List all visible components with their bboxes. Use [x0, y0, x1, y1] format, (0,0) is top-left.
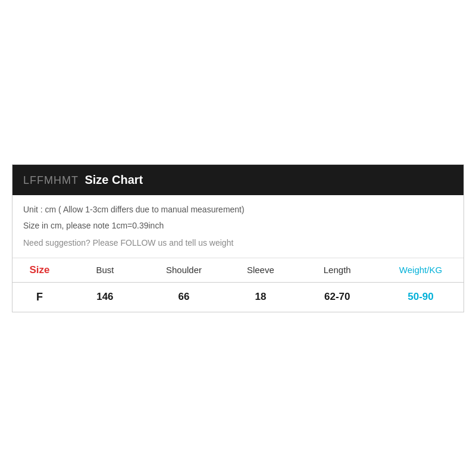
header-bust: Bust [67, 265, 143, 275]
data-length: 62-70 [297, 291, 378, 303]
table-header-row: Size Bust Shoulder Sleeve Length Weight/… [12, 258, 464, 283]
page-wrapper: LFFMHMT Size Chart Unit : cm ( Allow 1-3… [0, 0, 476, 476]
header-bar: LFFMHMT Size Chart [12, 165, 464, 195]
data-shoulder: 66 [143, 291, 224, 303]
info-line-3: Need suggestion? Please FOLLOW us and te… [23, 237, 453, 249]
size-table: Size Bust Shoulder Sleeve Length Weight/… [12, 258, 464, 312]
header-length: Length [297, 265, 378, 275]
data-bust: 146 [67, 291, 143, 303]
info-section: Unit : cm ( Allow 1-3cm differs due to m… [12, 195, 464, 258]
data-weight: 50-90 [378, 291, 464, 303]
data-size: F [12, 291, 67, 303]
header-shoulder: Shoulder [143, 265, 224, 275]
table-row: F 146 66 18 62-70 50-90 [12, 283, 464, 312]
size-chart-container: LFFMHMT Size Chart Unit : cm ( Allow 1-3… [12, 164, 464, 312]
info-line-2: Size in cm, please note 1cm=0.39inch [23, 220, 453, 232]
info-line-1: Unit : cm ( Allow 1-3cm differs due to m… [23, 203, 453, 216]
header-size: Size [12, 264, 67, 276]
header-weight: Weight/KG [378, 265, 464, 275]
data-sleeve: 18 [224, 291, 296, 303]
chart-title: Size Chart [84, 173, 143, 186]
header-sleeve: Sleeve [224, 265, 296, 275]
brand-name: LFFMHMT [23, 174, 79, 186]
